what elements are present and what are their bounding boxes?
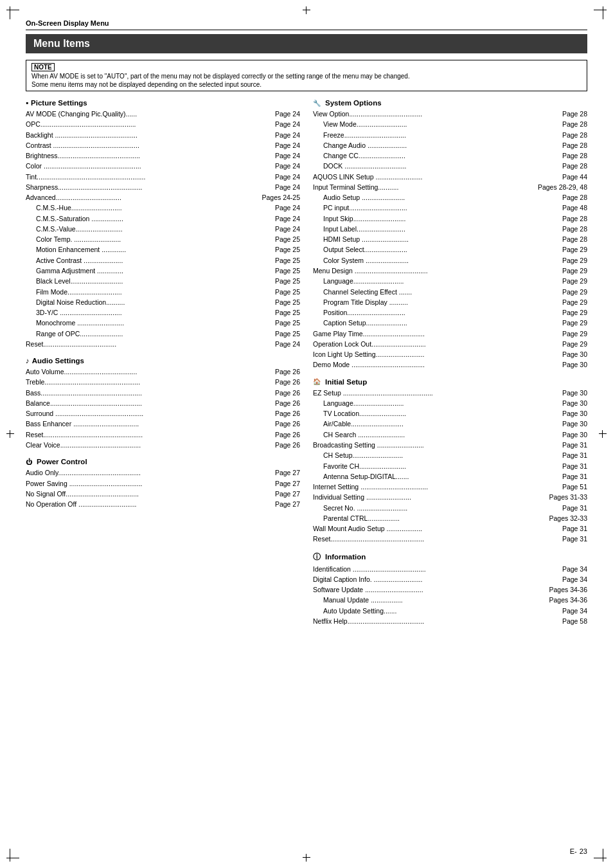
no-operation-off-page: Page 27 (275, 499, 300, 509)
picture-settings-heading: ▪ Picture Settings (26, 99, 300, 107)
bass-entry: Bass....................................… (26, 388, 300, 398)
freeze-entry: Freeze................................. … (313, 130, 587, 140)
audio-settings-heading: ♪ Audio Settings (26, 357, 300, 365)
identification-entry: Identification .........................… (313, 564, 587, 574)
menu-title-box: Menu Items (26, 34, 587, 53)
program-title-entry: Program Title Display .......... Page 29 (313, 297, 587, 307)
3d-yc-name: 3D-Y/C ................................. (36, 307, 272, 318)
backlight-name: Backlight ..............................… (26, 130, 272, 140)
gamma-adjustment-name: Gamma Adjustment .............. (36, 266, 272, 276)
manual-update-entry: Manual Update ................. Pages 34… (313, 595, 587, 605)
active-contrast-name: Active Contrast ..................... (36, 255, 272, 266)
hdmi-setup-page: Page 28 (562, 234, 587, 244)
power-saving-page: Page 27 (275, 478, 300, 489)
cms-saturation-entry: C.M.S.-Saturation ................. Page… (26, 213, 300, 224)
power-icon: ⏻ (26, 458, 32, 466)
init-language-name: Language........................... (323, 398, 560, 408)
treble-name: Treble..................................… (26, 377, 272, 387)
view-option-page: Page 28 (562, 109, 587, 119)
wall-mount-page: Page 31 (562, 523, 587, 534)
film-mode-name: Film Mode............................. (36, 287, 272, 297)
secret-no-name: Secret No. ........................... (323, 503, 560, 513)
two-column-layout: ▪ Picture Settings AV MODE (Changing Pic… (26, 99, 587, 626)
icon-light-entry: Icon Light Up Setting...................… (313, 349, 587, 359)
pc-input-page: Page 48 (562, 203, 587, 213)
digital-caption-name: Digital Caption Info. ..................… (313, 574, 560, 584)
ez-setup-entry: EZ Setup ...............................… (313, 388, 587, 398)
antenna-setup-name: Antenna Setup-DIGITAL....... (323, 471, 560, 482)
picture-reset-page: Page 24 (275, 339, 300, 349)
demo-mode-entry: Demo Mode ..............................… (313, 359, 587, 370)
cross-right (599, 430, 607, 438)
dock-entry: DOCK ................................. P… (313, 161, 587, 171)
demo-mode-page: Page 30 (562, 359, 587, 370)
picture-settings-label: Picture Settings (31, 99, 87, 107)
color-temp-name: Color Temp. ......................... (36, 234, 272, 244)
air-cable-entry: Air/Cable............................ Pa… (313, 419, 587, 429)
internet-setting-entry: Internet Setting .......................… (313, 482, 587, 492)
caption-setup-page: Page 29 (562, 318, 587, 328)
black-level-page: Page 25 (275, 276, 300, 286)
audio-reset-name: Reset...................................… (26, 429, 272, 440)
balance-entry: Balance.................................… (26, 398, 300, 408)
clear-voice-page: Page 26 (275, 440, 300, 450)
channel-selecting-entry: Channel Selecting Effect ....... Page 29 (313, 287, 587, 297)
audio-reset-entry: Reset...................................… (26, 429, 300, 440)
channel-selecting-page: Page 29 (562, 287, 587, 297)
change-audio-entry: Change Audio ..................... Page … (313, 140, 587, 150)
contrast-page: Page 24 (275, 140, 300, 150)
menu-design-entry: Menu Design ............................… (313, 266, 587, 276)
ch-setup-entry: CH Setup........................... Page… (313, 450, 587, 460)
color-page: Page 24 (275, 161, 300, 171)
secret-no-entry: Secret No. ........................... P… (313, 503, 587, 513)
language-entry: Language........................... Page… (313, 276, 587, 286)
cms-hue-entry: C.M.S.-Hue........................... Pa… (26, 203, 300, 213)
black-level-name: Black Level............................ (36, 276, 272, 286)
gamma-adjustment-entry: Gamma Adjustment .............. Page 25 (26, 266, 300, 276)
digital-noise-page: Page 25 (275, 297, 300, 307)
audio-setup-name: Audio Setup ....................... (323, 192, 560, 203)
broadcasting-setting-entry: Broadcasting Setting ...................… (313, 440, 587, 450)
output-select-name: Output Select....................... (323, 244, 560, 255)
motion-enhancement-name: Motion Enhancement ............. (36, 244, 272, 255)
monochrome-name: Monochrome ......................... (36, 318, 272, 328)
caption-setup-name: Caption Setup...................... (323, 318, 560, 328)
auto-update-entry: Auto Update Setting....... Page 34 (313, 606, 587, 616)
monochrome-page: Page 25 (275, 318, 300, 328)
parental-ctrl-entry: Parental CTRL................. Pages 32-… (313, 513, 587, 523)
init-reset-entry: Reset...................................… (313, 534, 587, 544)
aquos-link-name: AQUOS LINK Setup .......................… (313, 172, 560, 182)
demo-mode-name: Demo Mode ..............................… (313, 359, 560, 370)
corner-mark-tr (594, 6, 607, 19)
ez-setup-page: Page 30 (562, 388, 587, 398)
treble-page: Page 26 (275, 377, 300, 387)
change-cc-name: Change CC......................... (323, 150, 560, 161)
auto-volume-page: Page 26 (275, 366, 300, 377)
operation-lock-entry: Operation Lock Out......................… (313, 339, 587, 349)
information-label: Information (325, 553, 366, 561)
initial-icon: 🏠 (313, 378, 321, 385)
note-label: NOTE (31, 63, 55, 71)
system-options-label: System Options (325, 99, 382, 107)
range-opc-name: Range of OPC....................... (36, 329, 272, 339)
position-entry: Position............................... … (313, 307, 587, 318)
aquos-link-page: Page 44 (562, 172, 587, 182)
no-signal-off-entry: No Signal Off...........................… (26, 489, 300, 499)
individual-setting-entry: Individual Setting .....................… (313, 492, 587, 502)
av-mode-page: Page 24 (275, 109, 300, 119)
brightness-page: Page 24 (275, 150, 300, 161)
auto-update-name: Auto Update Setting....... (323, 606, 560, 616)
picture-icon: ▪ (26, 99, 28, 107)
view-mode-entry: View Mode........................... Pag… (313, 119, 587, 129)
view-mode-page: Page 28 (562, 119, 587, 129)
range-opc-page: Page 25 (275, 329, 300, 339)
tv-location-entry: TV Location......................... Pag… (313, 408, 587, 419)
auto-update-page: Page 34 (562, 606, 587, 616)
hdmi-setup-name: HDMI Setup ......................... (323, 234, 560, 244)
surround-page: Page 26 (275, 408, 300, 419)
motion-enhancement-entry: Motion Enhancement ............. Page 25 (26, 244, 300, 255)
pc-input-name: PC input............................... (323, 203, 560, 213)
opc-entry: OPC.....................................… (26, 119, 300, 129)
no-operation-off-entry: No Operation Off .......................… (26, 499, 300, 509)
av-mode-entry: AV MODE (Changing Pic.Quality)...... Pag… (26, 109, 300, 119)
